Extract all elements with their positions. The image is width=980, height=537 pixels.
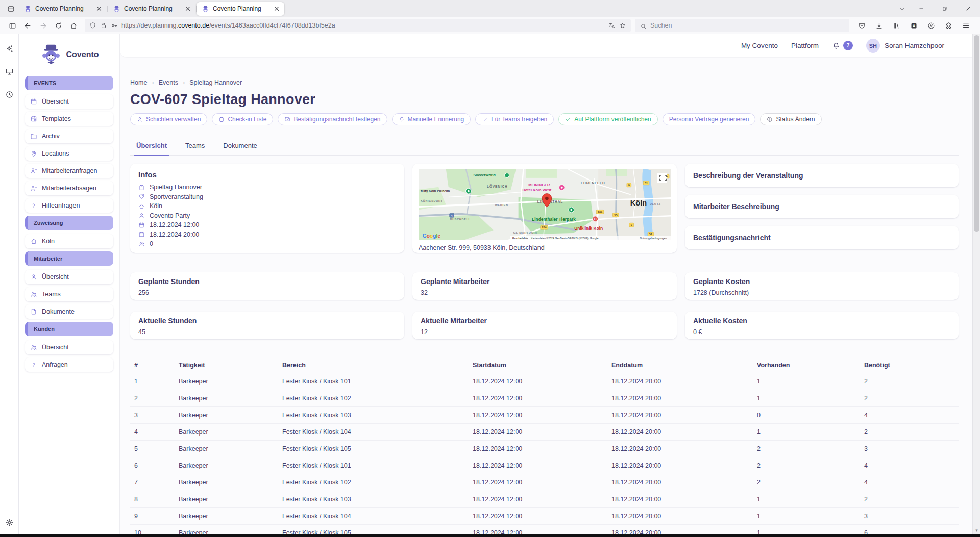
table-row[interactable]: 1BarkeeperFester Kiosk / Kiosk 10118.12.… <box>130 373 959 390</box>
sidebar-item-übersicht[interactable]: Übersicht <box>25 340 113 354</box>
table-row[interactable]: 3BarkeeperFester Kiosk / Kiosk 10318.12.… <box>130 407 959 424</box>
sidebar-item-köln[interactable]: Köln <box>25 234 113 248</box>
map-shortcuts-link[interactable]: Kurzbefehle <box>512 236 528 239</box>
sidebar-item-templates[interactable]: Templates <box>25 112 113 126</box>
tab-dokumente[interactable]: Dokumente <box>221 138 259 156</box>
table-row[interactable]: 5BarkeeperFester Kiosk / Kiosk 10518.12.… <box>130 441 959 457</box>
table-row[interactable]: 10BarkeeperFester Kiosk / Kiosk 10518.12… <box>130 525 959 534</box>
card-mitarbeiter-beschreibung[interactable]: Mitarbeiter Beschreibung <box>685 195 959 218</box>
breadcrumb-link[interactable]: Events <box>159 79 178 86</box>
page-scrollbar[interactable]: ▾ <box>972 34 980 534</box>
table-row[interactable]: 9BarkeeperFester Kiosk / Kiosk 10418.12.… <box>130 508 959 525</box>
google-map[interactable]: H 55a519264554264951 SoccerWorldLÖVENICH… <box>419 169 671 240</box>
bookmark-star-icon[interactable] <box>619 22 626 29</box>
brand[interactable]: Covento <box>25 43 113 66</box>
browser-tab[interactable]: Covento Planning <box>108 2 195 16</box>
window-restore-button[interactable] <box>933 0 957 17</box>
sidebar-toggle-icon[interactable] <box>5 19 19 32</box>
permissions-key-icon[interactable] <box>111 22 118 29</box>
table-row[interactable]: 4BarkeeperFester Kiosk / Kiosk 10418.12.… <box>130 424 959 441</box>
search-input[interactable]: Suchen <box>635 19 849 32</box>
sidebar-item-übersicht[interactable]: Übersicht <box>25 270 113 284</box>
url-bar[interactable]: https://dev.planning.covento.de/events/1… <box>85 19 631 32</box>
sidebar-item-mitarbeiteranfragen[interactable]: Mitarbeiteranfragen <box>25 164 113 178</box>
action-button-schichten-verwalten[interactable]: Schichten verwalten <box>130 113 207 125</box>
map-label: Uniklinik Köln <box>574 226 603 231</box>
back-button[interactable] <box>20 19 35 32</box>
tracking-shield-icon[interactable] <box>89 22 96 29</box>
action-button-personio-verträge-generieren[interactable]: Personio Verträge generieren <box>663 113 756 125</box>
tag-icon <box>138 193 145 200</box>
notification-bell-icon[interactable] <box>832 42 840 50</box>
sidebar-item-archiv[interactable]: Archiv <box>25 129 113 143</box>
lock-icon[interactable] <box>100 22 107 29</box>
map-terms-link[interactable]: Nutzungsbedingungen <box>640 236 667 239</box>
sidebar-item-label: Dokumente <box>42 308 75 315</box>
user-menu[interactable]: SH Soran Hamzehpoor <box>866 39 944 53</box>
pocket-icon[interactable] <box>854 19 869 32</box>
reload-button[interactable] <box>51 19 65 32</box>
card-beschreibung-der-veranstaltung[interactable]: Beschreibung der Veranstaltung <box>685 164 959 187</box>
menu-icon[interactable] <box>959 19 973 32</box>
scrollbar-down-arrow[interactable]: ▾ <box>973 528 980 533</box>
browser-tab[interactable]: Covento Planning <box>197 2 284 16</box>
firefox-view-button[interactable] <box>3 2 18 15</box>
sidebar-item-teams[interactable]: Teams <box>25 287 113 301</box>
info-value: Sportveranstaltung <box>150 193 203 200</box>
stat-geplante-stunden: Geplante Stunden256 <box>130 272 404 300</box>
browser-tab[interactable]: Covento Planning <box>19 2 107 16</box>
devices-icon[interactable] <box>5 67 14 76</box>
table-cell: 2 <box>860 491 959 508</box>
table-row[interactable]: 6BarkeeperFester Kiosk / Kiosk 10118.12.… <box>130 457 959 474</box>
tab-close-icon[interactable] <box>184 5 191 12</box>
list-all-tabs-button[interactable] <box>894 6 910 12</box>
account-icon[interactable] <box>924 19 938 32</box>
tab-teams[interactable]: Teams <box>183 138 207 156</box>
table-row[interactable]: 7BarkeeperFester Kiosk / Kiosk 10218.12.… <box>130 474 959 491</box>
breadcrumb-link[interactable]: Home <box>130 79 147 86</box>
sidebar-item-anfragen[interactable]: Anfragen <box>25 357 113 372</box>
window-close-button[interactable] <box>957 0 980 17</box>
action-button-check-in-liste[interactable]: Check-in Liste <box>212 113 273 125</box>
action-button-bestätigungsnachricht-festlegen[interactable]: Bestätigungsnachricht festlegen <box>278 113 387 125</box>
nav-plattform[interactable]: Plattform <box>791 42 819 49</box>
road-badge: 51 <box>643 181 649 185</box>
window-minimize-button[interactable] <box>910 0 933 17</box>
settings-gear-icon[interactable] <box>5 518 14 527</box>
extensions-puzzle-icon[interactable] <box>941 19 955 32</box>
new-tab-button[interactable] <box>285 2 299 15</box>
table-cell: 4 <box>860 474 959 491</box>
sparkle-icon[interactable] <box>5 44 14 53</box>
sidebar-section-events: EVENTS <box>25 76 113 90</box>
action-button-status-ändern[interactable]: Status Ändern <box>760 113 821 125</box>
extension-a-icon[interactable]: A <box>906 19 921 32</box>
table-row[interactable]: 8BarkeeperFester Kiosk / Kiosk 10318.12.… <box>130 491 959 508</box>
tab-close-icon[interactable] <box>95 5 103 12</box>
home-button[interactable] <box>66 19 81 32</box>
notification-badge[interactable]: 7 <box>843 41 853 50</box>
table-cell: 18.12.2024 20:00 <box>607 424 753 441</box>
action-button-manuelle-erinnerung[interactable]: Manuelle Erinnerung <box>392 113 471 125</box>
sidebar-item-übersicht[interactable]: Übersicht <box>25 94 113 109</box>
sidebar-item-locations[interactable]: Locations <box>25 146 113 161</box>
card-bestätigungsnachricht[interactable]: Bestätigungsnachricht <box>685 226 959 249</box>
sidebar-item-mitarbeiterabsagen[interactable]: Mitarbeiterabsagen <box>25 181 113 195</box>
scrollbar-thumb[interactable] <box>974 35 979 232</box>
tab-close-icon[interactable] <box>273 5 280 12</box>
map-poi-icon[interactable] <box>505 173 509 177</box>
nav-my-covento[interactable]: My Covento <box>741 42 778 49</box>
action-button-auf-plattform-veröffentlichen[interactable]: Auf Plattform veröffentlichen <box>558 113 658 125</box>
library-icon[interactable] <box>889 19 903 32</box>
avatar[interactable]: SH <box>866 39 880 53</box>
tab-übersicht[interactable]: Übersicht <box>134 138 169 156</box>
translate-icon[interactable] <box>608 22 616 29</box>
history-clock-icon[interactable] <box>5 90 14 99</box>
table-row[interactable]: 2BarkeeperFester Kiosk / Kiosk 10218.12.… <box>130 390 959 407</box>
road-badge: 264 <box>596 210 604 214</box>
forward-button[interactable] <box>36 19 50 32</box>
sidebar-item-hilfeanfragen[interactable]: Hilfeanfragen <box>25 198 113 213</box>
downloads-icon[interactable] <box>872 19 886 32</box>
sidebar-item-dokumente[interactable]: Dokumente <box>25 304 113 319</box>
action-button-für-teams-freigeben[interactable]: Für Teams freigeben <box>475 113 554 125</box>
svg-text:264: 264 <box>598 211 603 214</box>
